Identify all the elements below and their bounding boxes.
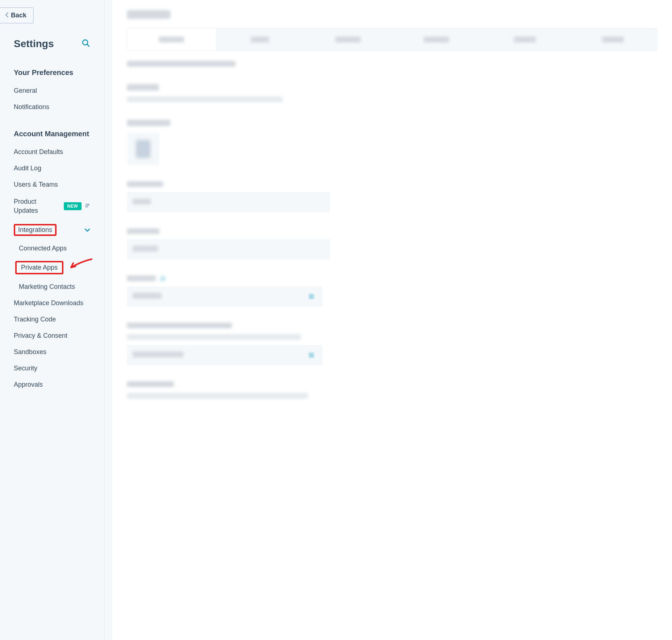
sidebar-item-approvals[interactable]: Approvals bbox=[0, 377, 104, 393]
blurred-label bbox=[127, 181, 658, 188]
blurred-field[interactable] bbox=[127, 239, 330, 259]
svg-line-1 bbox=[87, 44, 89, 46]
blurred-label bbox=[127, 84, 658, 92]
tab-1[interactable] bbox=[127, 29, 216, 50]
sidebar-item-private-apps[interactable]: Private Apps bbox=[0, 257, 104, 279]
blurred-line bbox=[127, 334, 658, 341]
sidebar-item-privacy-consent[interactable]: Privacy & Consent bbox=[0, 328, 104, 344]
blurred-avatar bbox=[127, 133, 159, 165]
sidebar-item-sandboxes[interactable]: Sandboxes bbox=[0, 344, 104, 360]
settings-sidebar: Back Settings Your Preferences General N… bbox=[0, 0, 104, 640]
sidebar-item-notifications[interactable]: Notifications bbox=[0, 99, 104, 115]
blurred-label bbox=[127, 275, 658, 283]
blurred-label bbox=[127, 228, 658, 236]
settings-title: Settings bbox=[14, 38, 54, 50]
blurred-field[interactable] bbox=[127, 192, 330, 212]
sidebar-item-tracking-code[interactable]: Tracking Code bbox=[0, 311, 104, 328]
sidebar-item-marketing-contacts[interactable]: Marketing Contacts bbox=[0, 279, 104, 295]
sidebar-item-audit-log[interactable]: Audit Log bbox=[0, 160, 104, 176]
tab-4[interactable] bbox=[392, 29, 481, 50]
external-link-icon bbox=[84, 203, 90, 210]
blurred-line bbox=[127, 96, 658, 104]
sidebar-item-users-teams[interactable]: Users & Teams bbox=[0, 176, 104, 193]
chevron-down-icon bbox=[84, 226, 90, 234]
blurred-field[interactable] bbox=[127, 345, 323, 365]
tabs-bar bbox=[127, 28, 658, 51]
back-button[interactable]: Back bbox=[0, 7, 34, 24]
blurred-field[interactable] bbox=[127, 286, 323, 307]
blurred-label bbox=[127, 120, 658, 128]
section-account-title: Account Management bbox=[0, 115, 104, 144]
sidebar-item-product-updates[interactable]: Product Updates NEW bbox=[0, 193, 104, 220]
main-content bbox=[112, 0, 672, 640]
sidebar-item-connected-apps[interactable]: Connected Apps bbox=[0, 240, 104, 257]
blurred-label bbox=[127, 381, 658, 388]
back-label: Back bbox=[11, 12, 26, 19]
tab-6[interactable] bbox=[569, 29, 657, 50]
chevron-left-icon bbox=[5, 12, 9, 19]
tab-3[interactable] bbox=[304, 29, 392, 50]
arrow-annotation-icon bbox=[68, 257, 94, 272]
highlight-integrations: Integrations bbox=[14, 224, 57, 236]
highlight-private-apps: Private Apps bbox=[15, 261, 63, 274]
sidebar-item-general[interactable]: General bbox=[0, 83, 104, 99]
page-title-blurred bbox=[127, 10, 658, 20]
search-icon[interactable] bbox=[82, 39, 90, 49]
section-preferences-title: Your Preferences bbox=[0, 61, 104, 83]
new-badge: NEW bbox=[64, 202, 82, 210]
blurred-label bbox=[127, 323, 658, 330]
sidebar-item-marketplace-downloads[interactable]: Marketplace Downloads bbox=[0, 295, 104, 311]
sidebar-item-account-defaults[interactable]: Account Defaults bbox=[0, 144, 104, 160]
sidebar-item-security[interactable]: Security bbox=[0, 360, 104, 377]
tab-5[interactable] bbox=[481, 29, 569, 50]
tab-2[interactable] bbox=[216, 29, 304, 50]
blurred-line bbox=[127, 393, 658, 400]
blurred-line bbox=[127, 61, 658, 68]
sidebar-item-integrations[interactable]: Integrations bbox=[0, 220, 104, 240]
